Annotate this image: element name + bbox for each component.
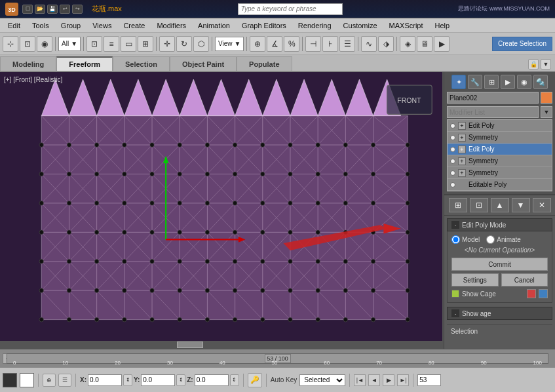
window-cross-btn[interactable]: ⊞ [138, 36, 153, 52]
key-icon-btn[interactable]: 🔑 [248, 373, 262, 387]
timeline[interactable]: ◄ 53 / 100 ► 0 10 20 30 40 50 60 70 80 9… [0, 349, 555, 367]
viewport-hscroll-thumb[interactable] [177, 342, 203, 348]
y-spin-btn[interactable]: ⇕ [176, 374, 185, 386]
menu-edit[interactable]: Edit [3, 20, 26, 31]
commit-btn[interactable]: Commit [451, 258, 548, 271]
render-setup-btn[interactable]: 🖥 [417, 36, 432, 52]
menu-animation[interactable]: Animation [193, 20, 235, 31]
display-panel-btn[interactable]: ◉ [517, 75, 531, 89]
cage-color2-swatch[interactable] [539, 289, 548, 298]
pin-stack-btn[interactable]: ⊞ [449, 198, 467, 212]
modifier-item-3[interactable]: + Symmetry [448, 155, 552, 167]
menu-modifiers[interactable]: Modifiers [151, 20, 191, 31]
cage-color1-swatch[interactable] [527, 289, 536, 298]
rotate-btn[interactable]: ↻ [176, 36, 192, 52]
menu-tools[interactable]: Tools [27, 20, 54, 31]
fg-color-swatch[interactable] [3, 373, 17, 387]
move-btn[interactable]: ✛ [159, 36, 175, 52]
configure-btn[interactable]: ⊡ [470, 198, 488, 212]
tab-selection[interactable]: Selection [113, 56, 170, 71]
tab-object-paint[interactable]: Object Paint [170, 56, 237, 71]
modifier-list-dropdown-btn[interactable]: ▼ [541, 106, 552, 118]
z-input[interactable] [195, 374, 229, 386]
cancel-btn[interactable]: Cancel [501, 273, 548, 286]
material-btn[interactable]: ◈ [400, 36, 415, 52]
x-spin-btn[interactable]: ⇕ [123, 374, 132, 386]
play-btn[interactable]: ▶ [383, 374, 394, 386]
animate-radio-label[interactable]: Animate [486, 235, 521, 244]
align-btn[interactable]: ⊦ [322, 36, 338, 52]
modify-panel-btn[interactable]: 🔧 [468, 75, 482, 89]
collapse-icon[interactable]: - [451, 221, 459, 229]
search-input[interactable] [238, 3, 343, 15]
mod-expand-0[interactable]: + [458, 122, 466, 130]
snap-btn[interactable]: ⊕ [250, 36, 265, 52]
create-selection-btn[interactable]: Create Selection [492, 37, 552, 51]
viewport[interactable]: [+] [Front] [Realistic] [0, 72, 444, 349]
object-color-swatch[interactable] [541, 92, 552, 104]
z-spin-btn[interactable]: ⇕ [230, 374, 239, 386]
modifier-list-input[interactable] [447, 106, 539, 118]
modifier-item-4[interactable]: + Symmetry [448, 167, 552, 179]
select-region-btn[interactable]: ⊡ [20, 36, 35, 52]
utils-panel-btn[interactable]: 🔩 [533, 75, 548, 89]
mod-expand-4[interactable]: + [458, 169, 466, 177]
mod-expand-1[interactable]: + [458, 134, 466, 142]
curve-editor-btn[interactable]: ∿ [361, 36, 377, 52]
menu-help[interactable]: Help [430, 20, 455, 31]
tab-lock-btn[interactable]: 🔒 [528, 59, 539, 69]
menu-views[interactable]: Views [87, 20, 117, 31]
redo-btn[interactable]: ↪ [72, 5, 83, 14]
view-dropdown[interactable]: View ▼ [215, 37, 244, 51]
edit-poly-header[interactable]: - Edit Poly Mode [447, 218, 552, 231]
play-back-btn[interactable]: ◄ [368, 374, 380, 386]
selected-dropdown[interactable]: Selected [299, 374, 345, 386]
remove-mod-btn[interactable]: ✕ [533, 198, 551, 212]
snap-toggle-btn[interactable]: ⊕ [43, 374, 56, 387]
model-radio[interactable] [451, 235, 460, 244]
filter-dropdown[interactable]: All ▼ [58, 37, 81, 51]
menu-maxscript[interactable]: MAXScript [384, 20, 429, 31]
y-input[interactable] [141, 374, 175, 386]
move-down-btn[interactable]: ▼ [512, 198, 530, 212]
menu-rendering[interactable]: Rendering [293, 20, 337, 31]
tab-freeform[interactable]: Freeform [56, 56, 113, 71]
play-next-btn[interactable]: ►| [397, 374, 409, 386]
animate-radio[interactable] [486, 235, 495, 244]
modifier-item-5[interactable]: Editable Poly [448, 179, 552, 191]
mirror-btn[interactable]: ⊣ [305, 36, 321, 52]
select-name-btn[interactable]: ≡ [104, 36, 119, 52]
select-obj-btn[interactable]: ⊡ [86, 36, 102, 52]
model-radio-label[interactable]: Model [451, 235, 480, 244]
show-age-header[interactable]: - Show age [447, 307, 552, 320]
create-panel-btn[interactable]: ✦ [451, 75, 466, 89]
viewport-hscroll[interactable] [0, 341, 442, 349]
hierarchy-panel-btn[interactable]: ⊞ [484, 75, 499, 89]
new-file-btn[interactable]: ☐ [22, 5, 33, 14]
show-cage-checkbox[interactable] [451, 290, 459, 298]
schematic-btn[interactable]: ⬗ [378, 36, 394, 52]
modifier-item-2[interactable]: + Edit Poly [448, 144, 552, 155]
menu-customize[interactable]: Customize [338, 20, 383, 31]
save-file-btn[interactable]: 💾 [47, 5, 58, 14]
layer-toggle-btn[interactable]: ☰ [58, 374, 71, 387]
tab-arrow-btn[interactable]: ▼ [541, 59, 551, 69]
select-btn[interactable]: ⊹ [3, 36, 18, 52]
angle-snap-btn[interactable]: ∡ [267, 36, 282, 52]
layer-btn[interactable]: ☰ [339, 36, 355, 52]
open-file-btn[interactable]: 📂 [35, 5, 45, 14]
modifier-item-1[interactable]: + Symmetry [448, 132, 552, 144]
modifier-item-0[interactable]: + Edit Poly [448, 120, 552, 132]
tab-populate[interactable]: Populate [237, 56, 292, 71]
paint-select-btn[interactable]: ◉ [37, 36, 52, 52]
motion-panel-btn[interactable]: ▶ [501, 75, 515, 89]
menu-group[interactable]: Group [56, 20, 86, 31]
show-age-collapse-icon[interactable]: - [451, 309, 459, 317]
menu-graph-editors[interactable]: Graph Editors [237, 20, 292, 31]
mod-expand-3[interactable]: + [458, 157, 466, 165]
percent-snap-btn[interactable]: % [284, 36, 299, 52]
scale-btn[interactable]: ⬡ [193, 36, 209, 52]
move-up-btn[interactable]: ▲ [491, 198, 509, 212]
tab-modeling[interactable]: Modeling [0, 56, 56, 71]
play-prev-btn[interactable]: |◄ [354, 374, 366, 386]
